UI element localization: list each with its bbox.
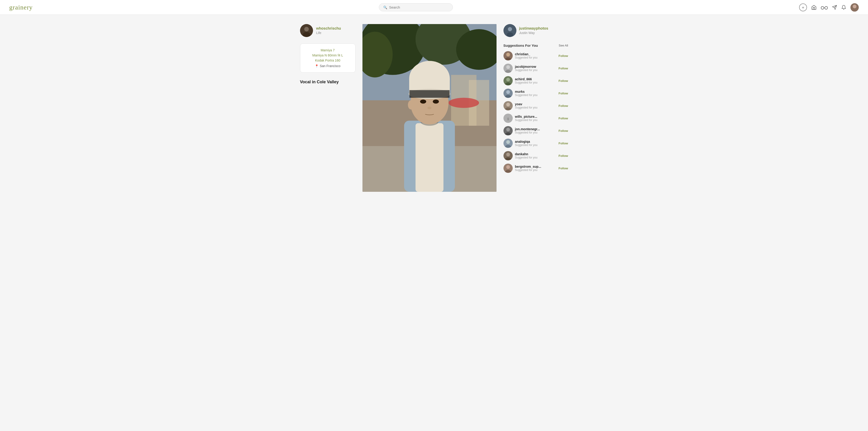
svg-text:g: g <box>507 117 509 120</box>
poster-avatar[interactable] <box>503 24 517 37</box>
svg-point-47 <box>506 103 510 107</box>
poster-realname: Justin Way <box>519 31 548 35</box>
main-content: whoschrischu Life Mamiya 7 Mamiya N 80mm… <box>296 15 573 201</box>
home-icon[interactable] <box>811 5 817 10</box>
suggestion-item: jon.montenegr... Suggested for you Follo… <box>503 126 568 135</box>
profile-section: whoschrischu Life <box>300 24 355 37</box>
profile-avatar[interactable] <box>300 24 313 37</box>
suggestion-username[interactable]: analogiqa <box>515 140 556 143</box>
search-bar[interactable]: 🔍 <box>379 3 453 11</box>
suggestion-avatar[interactable] <box>503 64 513 73</box>
suggestion-avatar[interactable] <box>503 51 513 60</box>
suggestion-avatar[interactable] <box>503 151 513 160</box>
photo-caption: Vocal in Cole Valley <box>300 79 355 85</box>
suggestion-info: jacobjmorrow Suggested for you <box>515 65 556 72</box>
suggestion-avatar[interactable] <box>503 139 513 148</box>
suggestion-item: dankahn Suggested for you Follow <box>503 151 568 160</box>
suggestion-username[interactable]: wills_picture... <box>515 115 556 118</box>
suggestion-avatar[interactable] <box>503 164 513 173</box>
suggestion-username[interactable]: murks <box>515 90 556 93</box>
search-input[interactable] <box>389 5 448 9</box>
camera-location: 📍 San Francisco <box>305 64 351 68</box>
profile-username[interactable]: whoschrischu <box>316 26 341 31</box>
app-logo[interactable]: grainery <box>9 4 33 11</box>
svg-point-58 <box>506 153 510 156</box>
suggestion-subtext: Suggested for you <box>515 106 556 109</box>
suggestion-item: christian_ Suggested for you Follow <box>503 51 568 60</box>
glasses-icon[interactable] <box>821 5 828 9</box>
svg-point-7 <box>304 27 309 31</box>
user-avatar-nav[interactable] <box>850 3 859 11</box>
follow-button[interactable]: Follow <box>558 129 568 133</box>
svg-point-4 <box>853 5 857 8</box>
follow-button[interactable]: Follow <box>558 154 568 157</box>
suggestion-subtext: Suggested for you <box>515 81 556 84</box>
suggestion-info: jon.montenegr... Suggested for you <box>515 127 556 134</box>
suggestion-username[interactable]: achird_666 <box>515 77 556 81</box>
suggestion-subtext: Suggested for you <box>515 168 556 172</box>
follow-button[interactable]: Follow <box>558 67 568 70</box>
suggestion-info: analogiqa Suggested for you <box>515 140 556 147</box>
camera-body: Mamiya 7 <box>305 48 351 52</box>
location-pin-icon: 📍 <box>315 64 318 68</box>
profile-subtitle: Life <box>316 31 341 35</box>
follow-button[interactable]: Follow <box>558 104 568 108</box>
photo-container[interactable] <box>363 24 497 192</box>
follow-button[interactable]: Follow <box>558 79 568 83</box>
suggestions-header: Suggestions For You See All <box>503 44 568 48</box>
suggestions-title: Suggestions For You <box>503 44 538 48</box>
suggestion-item: achird_666 Suggested for you Follow <box>503 76 568 85</box>
svg-point-55 <box>506 140 510 144</box>
left-sidebar: whoschrischu Life Mamiya 7 Mamiya N 80mm… <box>300 24 355 192</box>
suggestion-avatar[interactable] <box>503 89 513 98</box>
suggestion-username[interactable]: jon.montenegr... <box>515 127 556 131</box>
suggestion-subtext: Suggested for you <box>515 156 556 159</box>
suggestion-item: jacobjmorrow Suggested for you Follow <box>503 64 568 73</box>
suggestion-username[interactable]: bergstrom_sup... <box>515 165 556 168</box>
follow-button[interactable]: Follow <box>558 142 568 145</box>
search-icon: 🔍 <box>383 5 387 9</box>
suggestion-item: yoav Suggested for you Follow <box>503 101 568 110</box>
suggestion-info: murks Suggested for you <box>515 90 556 97</box>
svg-point-32 <box>508 27 512 31</box>
create-button[interactable]: ＋ <box>799 3 807 11</box>
suggestion-item: bergstrom_sup... Suggested for you Follo… <box>503 164 568 173</box>
suggestion-avatar[interactable] <box>503 126 513 135</box>
svg-point-5 <box>851 9 858 11</box>
see-all-button[interactable]: See All <box>559 44 568 47</box>
suggestion-username[interactable]: christian_ <box>515 52 556 56</box>
follow-button[interactable]: Follow <box>558 92 568 95</box>
suggestion-username[interactable]: jacobjmorrow <box>515 65 556 68</box>
poster-username[interactable]: justinwayphotos <box>519 26 548 31</box>
follow-button[interactable]: Follow <box>558 117 568 120</box>
send-icon[interactable] <box>832 5 837 10</box>
suggestion-item: murks Suggested for you Follow <box>503 89 568 98</box>
suggestion-avatar[interactable] <box>503 101 513 110</box>
header: grainery 🔍 ＋ <box>0 0 868 15</box>
svg-point-17 <box>448 98 479 108</box>
center-photo-area <box>363 24 497 192</box>
suggestion-info: bergstrom_sup... Suggested for you <box>515 165 556 172</box>
photo-image <box>363 24 497 192</box>
poster-profile: justinwayphotos Justin Way <box>503 24 568 37</box>
suggestion-avatar[interactable] <box>503 76 513 85</box>
camera-card: Mamiya 7 Mamiya N 80mm f4 L Kodak Portra… <box>300 44 355 73</box>
bell-icon[interactable] <box>841 5 846 10</box>
suggestion-item: g wills_picture... Suggested for you Fol… <box>503 114 568 123</box>
svg-point-52 <box>506 128 510 132</box>
svg-point-28 <box>427 107 432 109</box>
follow-button[interactable]: Follow <box>558 167 568 170</box>
svg-point-29 <box>408 100 414 110</box>
suggestion-item: analogiqa Suggested for you Follow <box>503 139 568 148</box>
follow-button[interactable]: Follow <box>558 54 568 58</box>
suggestion-username[interactable]: yoav <box>515 102 556 106</box>
suggestion-info: achird_666 Suggested for you <box>515 77 556 84</box>
suggestion-username[interactable]: dankahn <box>515 152 556 156</box>
suggestion-avatar[interactable]: g <box>503 114 513 123</box>
camera-film: Kodak Portra 160 <box>305 59 351 62</box>
camera-lens: Mamiya N 80mm f4 L <box>305 53 351 57</box>
suggestion-subtext: Suggested for you <box>515 143 556 147</box>
suggestion-info: christian_ Suggested for you <box>515 52 556 59</box>
suggestion-info: yoav Suggested for you <box>515 102 556 109</box>
svg-point-61 <box>506 165 510 169</box>
